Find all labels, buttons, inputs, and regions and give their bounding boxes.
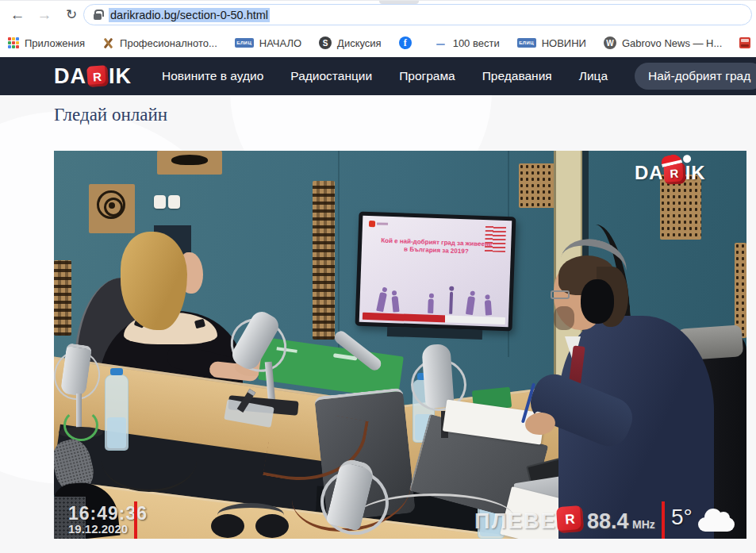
apps-grid-icon — [8, 37, 19, 48]
page-content: Гледай онлайн Кой е най-добрият град за … — [0, 95, 756, 553]
red-marker-bar — [662, 501, 665, 539]
tools-icon — [102, 37, 114, 49]
video-darik-logo: DA R IK — [635, 162, 706, 184]
station-frequency: 88.4 MHz — [587, 509, 655, 534]
desk-headphones — [211, 509, 290, 539]
headphones-earcup — [581, 279, 614, 324]
lock-icon[interactable] — [94, 13, 102, 20]
darik-logo[interactable]: DA R IK — [54, 64, 132, 89]
bookmark-novini[interactable]: БЛИЦ НОВИНИ — [517, 37, 586, 49]
bookmark-facebook[interactable]: f — [399, 36, 417, 49]
green-cable — [63, 409, 98, 441]
nav-item-radiostations[interactable]: Радиостанции — [290, 69, 372, 83]
studio-tv: Кой е най-добрият град за живеене в Бълг… — [355, 212, 516, 332]
studio-video-player[interactable]: Кой е най-добрият град за живеене в Бълг… — [54, 151, 746, 539]
darik-dice-santa-icon: R — [663, 162, 685, 184]
bookmark-label: Приложения — [25, 37, 85, 49]
wordpress-icon: W — [604, 36, 616, 49]
bookmark-label: 100 вести — [453, 37, 500, 49]
bookmark-gabrovo-news[interactable]: W Gabrovo News — Н... — [604, 36, 722, 49]
address-bar[interactable]: darikradio.bg/section-0-50.html — [83, 4, 752, 25]
agency-icon — [739, 37, 750, 48]
guest-hair — [121, 232, 187, 330]
light-switch — [154, 195, 166, 209]
bookmark-profesionalnoto[interactable]: Професионалното... — [102, 37, 217, 49]
s-circle-icon: S — [319, 36, 332, 49]
host-beard — [554, 306, 574, 330]
logo-text-suffix: IK — [685, 162, 706, 184]
host-glasses — [551, 290, 570, 299]
frequency-unit: MHz — [632, 518, 655, 531]
logo-text-prefix: DA — [635, 162, 664, 184]
tv-ticker — [363, 313, 505, 325]
cable — [102, 428, 197, 492]
host-microphone — [421, 344, 454, 409]
cloud-icon — [698, 517, 735, 532]
page-title: Гледай онлайн — [54, 105, 167, 125]
acoustic-panel — [54, 260, 71, 336]
perforated-panel — [660, 175, 701, 240]
browser-toolbar: ← → ↻ darikradio.bg/section-0-50.html — [0, 0, 756, 29]
nav-item-lica[interactable]: Лица — [579, 69, 608, 83]
vesti-icon — [435, 39, 447, 48]
darik-dice-icon: R — [86, 65, 109, 87]
bookmark-label: Дискусия — [337, 37, 382, 49]
tv-darik-logo-icon — [369, 221, 375, 227]
perforated-panel — [735, 243, 746, 338]
blitz-icon: БЛИЦ — [517, 38, 536, 48]
spiral-art-panel — [89, 184, 135, 233]
nav-item-programa[interactable]: Програма — [399, 69, 455, 83]
red-marker-bar — [134, 501, 137, 539]
back-icon[interactable]: ← — [6, 4, 29, 26]
acoustic-panel — [157, 151, 222, 175]
nav-item-predavania[interactable]: Предавания — [482, 69, 552, 83]
light-switch — [168, 195, 180, 209]
reload-icon[interactable]: ↻ — [60, 4, 83, 26]
slide-silhouette — [428, 299, 435, 313]
nav-item-nay-dobriyat-grad[interactable]: Най-добрият град — [635, 63, 756, 90]
nav-item-news-audio[interactable]: Новините в аудио — [162, 69, 263, 83]
bookmarks-bar: Приложения Професионалното... БЛИЦ НАЧАЛ… — [0, 29, 756, 57]
timestamp-date: 19.12.2020 — [68, 522, 128, 536]
bookmark-informacionna[interactable]: Информационна А — [739, 37, 756, 49]
bookmark-nachalo[interactable]: БЛИЦ НАЧАЛО — [235, 37, 301, 49]
temperature: 5° — [671, 505, 693, 530]
bottle-cap — [110, 368, 123, 375]
slide-silhouette — [485, 300, 492, 316]
word-tiles-panel — [313, 181, 335, 340]
darik-dice-icon: R — [556, 505, 584, 533]
slide-silhouette — [392, 296, 400, 313]
slide-silhouette — [376, 292, 387, 312]
bookmark-apps[interactable]: Приложения — [8, 37, 85, 49]
slide-silhouette — [449, 292, 453, 314]
bookmark-label: Професионалното... — [120, 37, 217, 49]
site-navbar: DA R IK Новините в аудио Радиостанции Пр… — [0, 57, 756, 95]
forward-icon[interactable]: → — [33, 4, 56, 26]
perforated-panel — [519, 163, 557, 208]
slide-silhouette — [466, 296, 475, 315]
url-text[interactable]: darikradio.bg/section-0-50.html — [109, 8, 270, 22]
santa-hat-icon — [660, 152, 682, 167]
blitz-icon: БЛИЦ — [235, 38, 254, 48]
frequency-value: 88.4 — [587, 509, 629, 533]
bookmark-label: НОВИНИ — [542, 37, 586, 49]
logo-text-prefix: DA — [54, 64, 86, 89]
bookmark-label: Gabrovo News — Н... — [622, 37, 722, 49]
tv-screen: Кой е най-добрият град за живеене в Бълг… — [359, 216, 512, 327]
santa-hat-pom — [682, 154, 691, 163]
bookmark-diskusia[interactable]: S Дискусия — [319, 36, 382, 49]
bookmark-label: НАЧАЛО — [259, 37, 301, 49]
logo-text-suffix: IK — [109, 64, 132, 89]
dice-letter: R — [670, 166, 680, 180]
facebook-icon: f — [399, 36, 412, 49]
bookmark-100-vesti[interactable]: 100 вести — [435, 37, 500, 49]
